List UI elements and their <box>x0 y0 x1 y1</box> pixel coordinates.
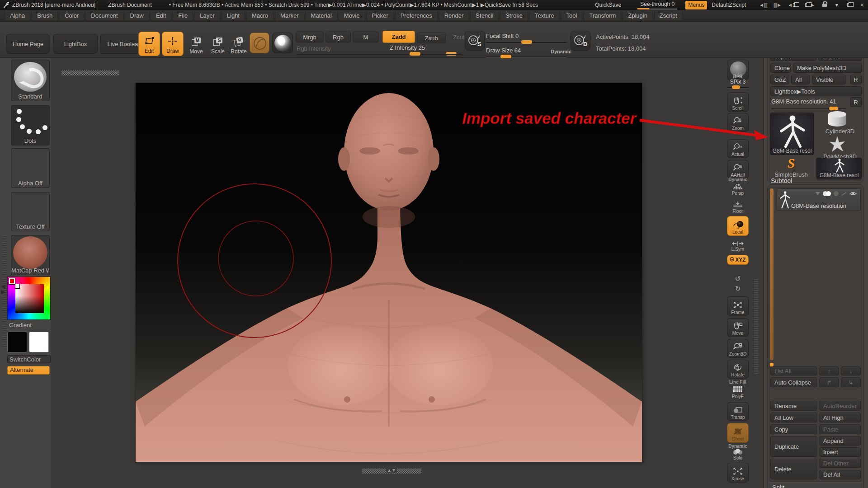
ghost-button[interactable]: Ghost <box>727 423 749 443</box>
subtool-up-button[interactable]: ↑ <box>819 366 839 375</box>
del-all-button[interactable]: Del All <box>819 470 861 479</box>
subtool-scrollbar[interactable] <box>770 188 774 360</box>
zadd-button[interactable]: Zadd <box>382 31 415 43</box>
goz-all-button[interactable]: All <box>791 75 810 84</box>
insert-button[interactable]: Insert <box>819 447 861 457</box>
autoreorder-button[interactable]: AutoReorder <box>819 401 861 411</box>
menu-render[interactable]: Render <box>439 11 469 21</box>
spin-y-icon[interactable]: ↺ <box>726 275 750 283</box>
resolution-r-button[interactable]: R <box>850 97 862 107</box>
goz-r-button[interactable]: R <box>850 75 862 84</box>
switchcolor-button[interactable]: SwitchColor <box>7 355 51 363</box>
shelf-scrollbar[interactable] <box>754 279 758 374</box>
rotate-canvas-button[interactable]: Rotate <box>727 360 749 379</box>
color-picker[interactable] <box>7 277 51 320</box>
alternate-button[interactable]: Alternate <box>7 366 50 375</box>
move-canvas-button[interactable]: Move <box>727 318 749 337</box>
bpr-render-button[interactable]: BPR <box>727 60 749 80</box>
see-through-slider[interactable]: See-through 0 <box>637 1 677 9</box>
lock-icon[interactable] <box>822 4 827 7</box>
split-section-header[interactable]: Split <box>768 482 863 488</box>
clone-button[interactable]: Clone <box>770 63 791 73</box>
eye-icon[interactable] <box>849 191 857 196</box>
all-low-button[interactable]: All Low <box>770 413 817 422</box>
polymesh3d-tool[interactable] <box>828 136 846 154</box>
canvas-h-scrollbar-top[interactable] <box>61 70 119 75</box>
menu-marker[interactable]: Marker <box>275 11 304 21</box>
next-window-icon[interactable]: ► <box>804 2 815 8</box>
goz-button[interactable]: GoZ <box>770 75 789 84</box>
polyframe-button[interactable]: PolyF <box>727 384 749 400</box>
move-mode-button[interactable]: M Move <box>185 32 207 56</box>
menu-edit[interactable]: Edit <box>151 11 171 21</box>
local-button[interactable]: Local <box>727 216 749 236</box>
del-other-button[interactable]: Del Other <box>819 459 861 468</box>
spin-z-icon[interactable]: ↻ <box>726 285 750 293</box>
auto-collapse-button[interactable]: Auto Collapse <box>770 377 817 387</box>
lightbox-button[interactable]: LightBox <box>53 34 98 54</box>
secondary-color-swatch[interactable] <box>29 332 49 352</box>
spix-slider[interactable] <box>727 85 748 89</box>
menu-transform[interactable]: Transform <box>584 11 621 21</box>
subtool-down-button[interactable]: ↓ <box>841 366 861 375</box>
main-color-swatch[interactable] <box>7 332 27 352</box>
restore-button[interactable] <box>846 2 852 8</box>
minimize-button[interactable]: ▾ <box>835 2 838 8</box>
menu-draw[interactable]: Draw <box>125 11 149 21</box>
floor-button[interactable]: Floor <box>727 199 749 215</box>
dynamic-label[interactable]: Dynamic <box>551 49 571 54</box>
menu-file[interactable]: File <box>173 11 193 21</box>
focal-shift-slider[interactable] <box>486 40 566 44</box>
menu-zscript[interactable]: Zscript <box>654 11 683 21</box>
canvas-area[interactable]: ▲▼ <box>51 58 728 488</box>
rgb-button[interactable]: Rgb <box>326 32 351 42</box>
duplicate-button[interactable]: Duplicate <box>770 436 817 457</box>
rename-button[interactable]: Rename <box>770 401 817 411</box>
actual-size-button[interactable]: x1 Actual <box>727 139 749 158</box>
menu-macro[interactable]: Macro <box>246 11 274 21</box>
xpose-button[interactable]: Xpose <box>727 463 749 483</box>
current-brush-preview[interactable] <box>250 33 269 53</box>
delete-button[interactable]: Delete <box>770 459 817 479</box>
home-page-button[interactable]: Home Page <box>6 34 50 54</box>
zsub-button[interactable]: Zsub <box>417 33 446 43</box>
menu-tool[interactable]: Tool <box>561 11 583 21</box>
menu-light[interactable]: Light <box>222 11 245 21</box>
current-stroke-thumbnail[interactable]: Dots <box>11 105 50 145</box>
solo-button[interactable]: Solo <box>727 447 749 462</box>
sphere-dim-icon[interactable] <box>834 191 839 196</box>
make-polymesh3d-button[interactable]: Make PolyMesh3D <box>793 63 862 73</box>
sv-selector[interactable] <box>15 284 19 288</box>
menu-movie[interactable]: Movie <box>339 11 365 21</box>
dots-stroke-button[interactable]: D <box>571 31 590 51</box>
all-high-button[interactable]: All High <box>819 413 861 422</box>
cylinder3d-tool[interactable] <box>826 111 849 127</box>
current-tool-thumbnail[interactable]: G8M-Base resol <box>770 113 814 155</box>
m-button[interactable]: M <box>353 32 379 42</box>
menu-stencil[interactable]: Stencil <box>470 11 499 21</box>
quicksave-button[interactable]: QuickSave <box>595 2 621 8</box>
lightbox-tools-button[interactable]: Lightbox▶Tools <box>770 86 862 96</box>
subtool-item[interactable]: G8M-Base resolution <box>777 188 861 211</box>
default-zscript-button[interactable]: DefaultZScript <box>712 2 746 8</box>
transp-button[interactable]: Transp <box>727 402 749 421</box>
draw-mode-button[interactable]: Draw <box>162 32 184 56</box>
move-down-hierarchy-button[interactable]: ↳ <box>841 377 861 387</box>
zoom3d-button[interactable]: Zoom3D <box>727 339 749 358</box>
list-all-button[interactable]: List All <box>770 366 817 375</box>
menu-picker[interactable]: Picker <box>367 11 394 21</box>
brush-dim-icon[interactable] <box>842 192 847 196</box>
document-viewport[interactable] <box>136 83 642 462</box>
edit-mode-button[interactable]: Edit <box>138 32 160 56</box>
mrgb-button[interactable]: Mrgb <box>296 32 324 42</box>
stroke-picker-button[interactable]: S <box>465 31 485 51</box>
current-material-preview[interactable] <box>272 33 293 53</box>
rotate-mode-button[interactable]: R Rotate <box>228 32 250 56</box>
copy-subtool-button[interactable]: Copy <box>770 424 817 434</box>
lsym-button[interactable]: L.Sym <box>727 239 749 253</box>
append-button[interactable]: Append <box>819 436 861 446</box>
menu-preferences[interactable]: Preferences <box>395 11 438 21</box>
prev-window-icon[interactable]: ◄ <box>788 2 798 8</box>
menu-document[interactable]: Document <box>85 11 123 21</box>
simplebrush-tool[interactable]: S <box>781 157 801 170</box>
